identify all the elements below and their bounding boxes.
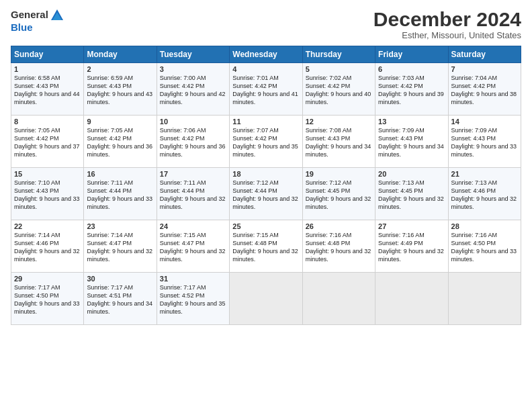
page: General Blue December 2024 Esther, Misso… <box>0 0 532 330</box>
day-number: 8 <box>14 118 81 126</box>
week-row-5: 29 Sunrise: 7:17 AMSunset: 4:50 PMDaylig… <box>11 273 521 325</box>
cell-info: Sunrise: 6:59 AMSunset: 4:43 PMDaylight:… <box>87 75 152 105</box>
day-number: 15 <box>14 170 81 178</box>
day-number: 1 <box>14 65 81 73</box>
day-number: 3 <box>160 65 226 73</box>
week-row-4: 22 Sunrise: 7:14 AMSunset: 4:46 PMDaylig… <box>11 220 521 273</box>
day-number: 31 <box>160 275 226 283</box>
weekday-header-monday: Monday <box>84 46 157 63</box>
cell-info: Sunrise: 7:14 AMSunset: 4:47 PMDaylight:… <box>87 232 152 263</box>
day-number: 30 <box>87 275 153 283</box>
calendar-cell: 23 Sunrise: 7:14 AMSunset: 4:47 PMDaylig… <box>84 220 157 273</box>
cell-info: Sunrise: 7:07 AMSunset: 4:42 PMDaylight:… <box>232 127 298 158</box>
weekday-header-saturday: Saturday <box>448 46 521 63</box>
calendar-cell: 3 Sunrise: 7:00 AMSunset: 4:42 PMDayligh… <box>157 63 229 116</box>
calendar-cell: 11 Sunrise: 7:07 AMSunset: 4:42 PMDaylig… <box>230 116 302 168</box>
cell-info: Sunrise: 6:58 AMSunset: 4:43 PMDaylight:… <box>14 75 80 105</box>
calendar-cell: 4 Sunrise: 7:01 AMSunset: 4:42 PMDayligh… <box>230 63 302 116</box>
calendar-cell: 21 Sunrise: 7:13 AMSunset: 4:46 PMDaylig… <box>448 168 521 220</box>
cell-info: Sunrise: 7:14 AMSunset: 4:46 PMDaylight:… <box>14 232 80 263</box>
calendar-cell <box>302 273 375 325</box>
calendar-cell: 7 Sunrise: 7:04 AMSunset: 4:42 PMDayligh… <box>448 63 521 116</box>
calendar-cell: 24 Sunrise: 7:15 AMSunset: 4:47 PMDaylig… <box>157 220 229 273</box>
day-number: 7 <box>451 65 518 73</box>
day-number: 14 <box>451 118 518 126</box>
cell-info: Sunrise: 7:17 AMSunset: 4:52 PMDaylight:… <box>160 284 226 315</box>
day-number: 12 <box>306 118 372 126</box>
cell-info: Sunrise: 7:17 AMSunset: 4:50 PMDaylight:… <box>14 284 80 315</box>
month-title: December 2024 <box>373 8 521 30</box>
day-number: 2 <box>87 65 153 73</box>
cell-info: Sunrise: 7:08 AMSunset: 4:43 PMDaylight:… <box>306 127 371 158</box>
calendar-cell <box>230 273 302 325</box>
calendar-cell: 6 Sunrise: 7:03 AMSunset: 4:42 PMDayligh… <box>375 63 448 116</box>
calendar-cell: 10 Sunrise: 7:06 AMSunset: 4:42 PMDaylig… <box>157 116 229 168</box>
calendar-cell: 26 Sunrise: 7:16 AMSunset: 4:48 PMDaylig… <box>302 220 375 273</box>
calendar-cell <box>448 273 521 325</box>
calendar-cell: 8 Sunrise: 7:05 AMSunset: 4:42 PMDayligh… <box>11 116 84 168</box>
cell-info: Sunrise: 7:11 AMSunset: 4:44 PMDaylight:… <box>87 179 152 210</box>
calendar-cell: 25 Sunrise: 7:15 AMSunset: 4:48 PMDaylig… <box>230 220 302 273</box>
cell-info: Sunrise: 7:12 AMSunset: 4:44 PMDaylight:… <box>232 179 298 210</box>
day-number: 27 <box>378 222 445 230</box>
calendar-cell: 12 Sunrise: 7:08 AMSunset: 4:43 PMDaylig… <box>302 116 375 168</box>
cell-info: Sunrise: 7:16 AMSunset: 4:49 PMDaylight:… <box>378 232 444 263</box>
day-number: 28 <box>451 222 518 230</box>
day-number: 29 <box>14 275 81 283</box>
calendar-cell: 5 Sunrise: 7:02 AMSunset: 4:42 PMDayligh… <box>302 63 375 116</box>
calendar-cell: 29 Sunrise: 7:17 AMSunset: 4:50 PMDaylig… <box>11 273 84 325</box>
week-row-1: 1 Sunrise: 6:58 AMSunset: 4:43 PMDayligh… <box>11 63 521 116</box>
calendar-cell: 19 Sunrise: 7:12 AMSunset: 4:45 PMDaylig… <box>302 168 375 220</box>
calendar-cell: 27 Sunrise: 7:16 AMSunset: 4:49 PMDaylig… <box>375 220 448 273</box>
logo-icon <box>50 8 64 23</box>
calendar: SundayMondayTuesdayWednesdayThursdayFrid… <box>11 46 521 325</box>
cell-info: Sunrise: 7:02 AMSunset: 4:42 PMDaylight:… <box>306 75 371 105</box>
cell-info: Sunrise: 7:09 AMSunset: 4:43 PMDaylight:… <box>451 127 517 158</box>
cell-info: Sunrise: 7:06 AMSunset: 4:42 PMDaylight:… <box>160 127 226 158</box>
weekday-header-wednesday: Wednesday <box>230 46 302 63</box>
cell-info: Sunrise: 7:13 AMSunset: 4:45 PMDaylight:… <box>378 179 444 210</box>
cell-info: Sunrise: 7:04 AMSunset: 4:42 PMDaylight:… <box>451 75 517 105</box>
cell-info: Sunrise: 7:05 AMSunset: 4:42 PMDaylight:… <box>14 127 80 158</box>
weekday-header-thursday: Thursday <box>302 46 375 63</box>
header: General Blue December 2024 Esther, Misso… <box>11 8 521 40</box>
day-number: 9 <box>87 118 153 126</box>
cell-info: Sunrise: 7:15 AMSunset: 4:48 PMDaylight:… <box>232 232 298 263</box>
calendar-cell: 22 Sunrise: 7:14 AMSunset: 4:46 PMDaylig… <box>11 220 84 273</box>
cell-info: Sunrise: 7:09 AMSunset: 4:43 PMDaylight:… <box>378 127 444 158</box>
day-number: 24 <box>160 222 226 230</box>
calendar-cell: 30 Sunrise: 7:17 AMSunset: 4:51 PMDaylig… <box>84 273 157 325</box>
day-number: 13 <box>378 118 445 126</box>
day-number: 6 <box>378 65 445 73</box>
cell-info: Sunrise: 7:13 AMSunset: 4:46 PMDaylight:… <box>451 179 517 210</box>
calendar-cell: 31 Sunrise: 7:17 AMSunset: 4:52 PMDaylig… <box>157 273 229 325</box>
day-number: 22 <box>14 222 81 230</box>
calendar-cell: 2 Sunrise: 6:59 AMSunset: 4:43 PMDayligh… <box>84 63 157 116</box>
day-number: 19 <box>306 170 372 178</box>
weekday-header-sunday: Sunday <box>11 46 84 63</box>
calendar-cell: 1 Sunrise: 6:58 AMSunset: 4:43 PMDayligh… <box>11 63 84 116</box>
day-number: 17 <box>160 170 226 178</box>
calendar-cell <box>375 273 448 325</box>
location: Esther, Missouri, United States <box>373 30 521 40</box>
day-number: 20 <box>378 170 445 178</box>
day-number: 5 <box>306 65 372 73</box>
day-number: 21 <box>451 170 518 178</box>
cell-info: Sunrise: 7:16 AMSunset: 4:50 PMDaylight:… <box>451 232 517 263</box>
cell-info: Sunrise: 7:10 AMSunset: 4:43 PMDaylight:… <box>14 179 80 210</box>
day-number: 11 <box>232 118 299 126</box>
logo-text: General <box>11 8 64 23</box>
cell-info: Sunrise: 7:03 AMSunset: 4:42 PMDaylight:… <box>378 75 444 105</box>
cell-info: Sunrise: 7:15 AMSunset: 4:47 PMDaylight:… <box>160 232 226 263</box>
calendar-cell: 28 Sunrise: 7:16 AMSunset: 4:50 PMDaylig… <box>448 220 521 273</box>
calendar-cell: 9 Sunrise: 7:05 AMSunset: 4:42 PMDayligh… <box>84 116 157 168</box>
logo-blue: Blue <box>11 21 64 33</box>
weekday-header-tuesday: Tuesday <box>157 46 229 63</box>
calendar-cell: 18 Sunrise: 7:12 AMSunset: 4:44 PMDaylig… <box>230 168 302 220</box>
calendar-body: 1 Sunrise: 6:58 AMSunset: 4:43 PMDayligh… <box>11 63 521 325</box>
calendar-cell: 16 Sunrise: 7:11 AMSunset: 4:44 PMDaylig… <box>84 168 157 220</box>
cell-info: Sunrise: 7:17 AMSunset: 4:51 PMDaylight:… <box>87 284 152 315</box>
day-number: 18 <box>232 170 299 178</box>
calendar-cell: 15 Sunrise: 7:10 AMSunset: 4:43 PMDaylig… <box>11 168 84 220</box>
week-row-3: 15 Sunrise: 7:10 AMSunset: 4:43 PMDaylig… <box>11 168 521 220</box>
